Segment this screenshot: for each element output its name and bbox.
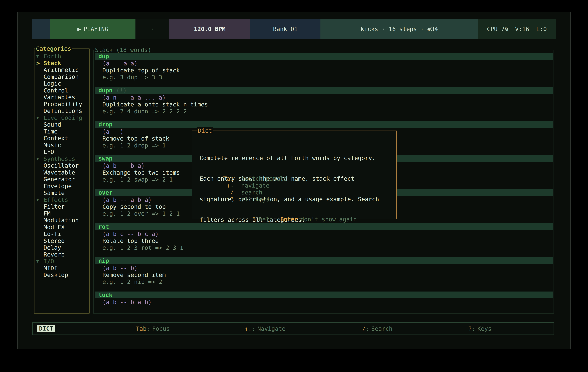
sidebar-item-delay[interactable]: Delay xyxy=(34,244,89,251)
word-description: Duplicate a onto stack n times xyxy=(102,101,208,108)
shortcut-action: all keys xyxy=(241,196,269,203)
mode-badge: DICT xyxy=(37,325,55,332)
sidebar-item-logic[interactable]: Logic xyxy=(34,80,89,87)
top-bar-spacer xyxy=(32,19,50,39)
hint-focus: Tab:Focus xyxy=(136,323,170,334)
word-header-right xyxy=(397,155,553,162)
dialog-body-line: Complete reference of all Forth words by… xyxy=(200,154,379,161)
word-example: e.g. 1 2 over => 1 2 1 xyxy=(102,210,180,217)
dialog-shortcut-list: Tabswitch panels ↑↓navigate /search ?all… xyxy=(192,175,396,203)
sidebar-item-oscillator[interactable]: Oscillator xyxy=(34,162,89,169)
categories-panel-title: Categories xyxy=(35,45,73,52)
sidebar-item-sound[interactable]: Sound xyxy=(34,121,89,128)
stack-signature: (a n -- a a ... a) xyxy=(102,94,166,101)
word-description: Remove second item xyxy=(102,271,166,279)
word-example: e.g. 1 2 nip => 2 xyxy=(102,279,162,285)
shortcut-key: ↑↓ xyxy=(192,182,234,189)
sidebar-item-midi[interactable]: MIDI xyxy=(34,265,89,272)
sidebar-item-time[interactable]: Time xyxy=(34,128,89,135)
triangle-down-icon: ▼ xyxy=(36,196,43,203)
word-description: Remove top of stack xyxy=(102,135,169,142)
triangle-down-icon: ▼ xyxy=(36,53,43,60)
word-entry-dup[interactable]: dup (a -- a a) Duplicate top of stack e.… xyxy=(94,53,554,87)
bpm-display[interactable]: 120.0 BPM xyxy=(169,19,250,39)
selection-arrow-icon: > xyxy=(36,60,43,67)
screen: { "top_bar": { "play_icon": "▶", "transp… xyxy=(0,0,588,372)
sidebar-item-forth[interactable]: ▼Forth xyxy=(34,53,89,60)
transport-label: PLAYING xyxy=(84,26,108,32)
stack-signature: (a b -- b) xyxy=(102,265,138,271)
dialog-footer: ?helpEnterdon't show again xyxy=(192,209,396,216)
stack-signature: (a -- a a) xyxy=(102,60,138,67)
sidebar-item-arithmetic[interactable]: Arithmetic xyxy=(34,67,89,73)
help-key[interactable]: ? xyxy=(252,216,256,223)
sidebar-item-lfo[interactable]: LFO xyxy=(34,149,89,155)
word-example: e.g. 1 2 drop => 1 xyxy=(102,142,166,149)
sidebar-item-fm[interactable]: FM xyxy=(34,210,89,217)
sidebar-item-definitions[interactable]: Definitions xyxy=(34,108,89,114)
hint-search: /:Search xyxy=(362,323,392,334)
word-header-right xyxy=(397,189,553,196)
bank-display[interactable]: Bank 01 xyxy=(250,19,320,39)
sidebar-item-stereo[interactable]: Stereo xyxy=(34,237,89,244)
sidebar-item-lo-fi[interactable]: Lo-fi xyxy=(34,231,89,237)
dialog-title: Dict xyxy=(197,127,213,134)
stack-signature: (a b -- a b a) xyxy=(102,196,152,203)
sidebar-item-mod-fx[interactable]: Mod FX xyxy=(34,224,89,231)
sidebar-item-variables[interactable]: Variables xyxy=(34,94,89,101)
transport-status[interactable]: ▶PLAYING xyxy=(50,19,136,39)
sidebar-item-envelope[interactable]: Envelope xyxy=(34,183,89,190)
hint-navigate: ↑↓:Navigate xyxy=(245,323,285,334)
app-window: ▶PLAYING · 120.0 BPM Bank 01 kicks · 16 … xyxy=(17,12,571,349)
sidebar-item-generator[interactable]: Generator xyxy=(34,176,89,183)
status-bar: DICT Tab:Focus ↑↓:Navigate /:Search ?:Ke… xyxy=(32,322,554,335)
word-entry-nip[interactable]: nip (a b -- b) Remove second item e.g. 1… xyxy=(94,257,554,292)
sidebar-item-synthesis[interactable]: ▼Synthesis xyxy=(34,155,89,162)
word-entry-tuck[interactable]: tuck (a b -- b a b) xyxy=(94,292,554,326)
word-header: over xyxy=(95,189,192,196)
enter-key[interactable]: Enter xyxy=(280,216,298,223)
stack-signature: (a b -- b a) xyxy=(102,162,145,169)
word-description: Exchange top two items xyxy=(102,169,180,176)
sidebar-item-music[interactable]: Music xyxy=(34,142,89,149)
triangle-down-icon: ▼ xyxy=(36,258,43,265)
sidebar-item-probability[interactable]: Probability xyxy=(34,101,89,108)
system-stats: CPU 7% V:16 L:0 xyxy=(478,19,556,39)
sidebar-item-live-coding[interactable]: ▼Live Coding xyxy=(34,114,89,121)
shortcut-action: search xyxy=(241,189,262,196)
shortcut-row: ?all keys xyxy=(192,196,396,203)
beat-indicator: · xyxy=(136,19,169,39)
word-entry-dupn[interactable]: dupn(!) (a n -- a a ... a) Duplicate a o… xyxy=(94,87,554,121)
word-header: swap xyxy=(95,155,192,162)
sidebar-item-filter[interactable]: Filter xyxy=(34,203,89,210)
sidebar-item-comparison[interactable]: Comparison xyxy=(34,73,89,80)
pattern-display[interactable]: kicks · 16 steps · #34 xyxy=(320,19,478,39)
sidebar-item-stack[interactable]: >Stack xyxy=(34,60,89,67)
word-example: e.g. 3 dup => 3 3 xyxy=(102,74,162,81)
sidebar-item-modulation[interactable]: Modulation xyxy=(34,217,89,224)
sidebar-item-desktop[interactable]: Desktop xyxy=(34,271,89,279)
sidebar-item-context[interactable]: Context xyxy=(34,135,89,142)
sidebar-item-control[interactable]: Control xyxy=(34,87,89,94)
word-header: drop xyxy=(95,121,553,128)
shortcut-row: Tabswitch panels xyxy=(192,175,396,182)
shortcut-key: ? xyxy=(192,196,234,203)
dict-help-dialog: Dict Complete reference of all Forth wor… xyxy=(192,131,397,219)
word-description: Duplicate top of stack xyxy=(102,67,180,74)
sidebar-item-reverb[interactable]: Reverb xyxy=(34,251,89,258)
word-header: tuck xyxy=(95,292,553,298)
sidebar-item-effects[interactable]: ▼Effects xyxy=(34,196,89,203)
word-example: e.g. 1 2 swap => 2 1 xyxy=(102,176,173,183)
words-panel-title: Stack (18 words) xyxy=(94,46,153,53)
word-header: nip xyxy=(95,257,553,264)
word-description: Copy second to top xyxy=(102,203,166,210)
word-header: dupn(!) xyxy=(95,87,553,94)
stack-signature: (a b -- b a b) xyxy=(102,299,152,306)
top-bar: ▶PLAYING · 120.0 BPM Bank 01 kicks · 16 … xyxy=(32,19,556,39)
shortcut-action: switch panels xyxy=(241,175,287,182)
hint-keys: ?:Keys xyxy=(468,323,492,334)
sidebar-item-io[interactable]: ▼I/O xyxy=(34,258,89,265)
stack-signature: (a --) xyxy=(102,128,124,135)
sidebar-item-wavetable[interactable]: Wavetable xyxy=(34,169,89,176)
sidebar-item-sample[interactable]: Sample xyxy=(34,190,89,196)
